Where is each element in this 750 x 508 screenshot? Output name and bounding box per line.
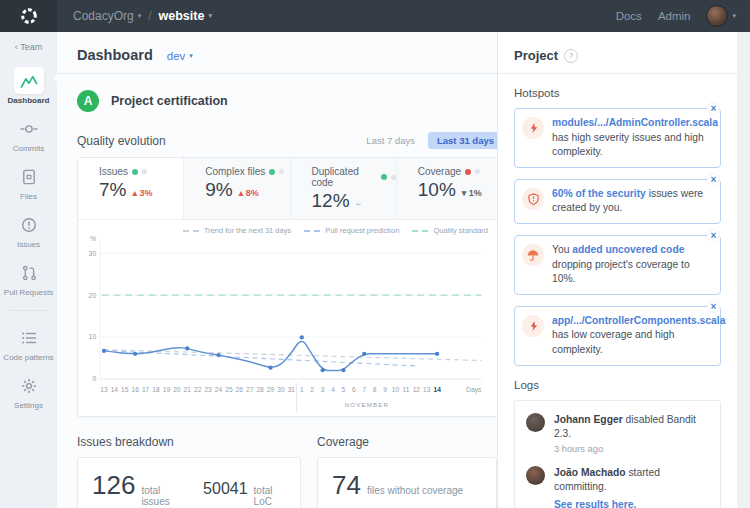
hotspot-text[interactable]: 60% of the security issues were created …: [552, 187, 708, 216]
hotspot-text[interactable]: You added uncovered code dropping projec…: [552, 243, 708, 287]
svg-text:26: 26: [236, 386, 244, 393]
svg-text:14: 14: [111, 386, 119, 393]
chevron-down-icon: ▾: [208, 12, 212, 20]
sidebar-item-issues[interactable]: Issues: [0, 206, 57, 254]
metric-issues[interactable]: Issues 7%▴ 3%: [78, 158, 183, 219]
svg-text:23: 23: [204, 386, 212, 393]
svg-text:0: 0: [92, 375, 96, 382]
main-content: Dashboard dev▾ A Project certification Q…: [57, 32, 497, 508]
admin-link[interactable]: Admin: [658, 10, 691, 22]
bolt-icon: [522, 117, 544, 139]
metric-delta: ▾ 1%: [462, 188, 482, 198]
close-icon[interactable]: ×: [708, 230, 719, 241]
metric-delta: ▴ 8%: [239, 188, 259, 198]
codacy-logo-icon: [20, 7, 38, 25]
issues-icon: [14, 211, 44, 238]
grade-badge: A: [77, 90, 99, 112]
help-icon[interactable]: ?: [564, 49, 578, 63]
hotspot-card: 60% of the security issues were created …: [514, 179, 721, 224]
svg-text:8: 8: [373, 386, 377, 393]
docs-link[interactable]: Docs: [616, 10, 642, 22]
svg-text:25: 25: [225, 386, 233, 393]
svg-text:17: 17: [142, 386, 150, 393]
project-panel-title: Project: [514, 48, 558, 63]
status-dot: [269, 169, 275, 175]
total-issues-value: 126: [92, 470, 135, 501]
svg-text:30: 30: [89, 250, 97, 257]
pull-requests-icon: [14, 259, 44, 286]
status-dot: [381, 174, 387, 180]
svg-text:21: 21: [184, 386, 192, 393]
commits-icon: [14, 115, 44, 142]
sidebar: ‹ Team Dashboard Commits Files Issues Pu…: [0, 32, 58, 508]
bolt-icon: [522, 315, 544, 337]
navbar-right: Docs Admin ▾: [616, 5, 736, 27]
svg-text:6: 6: [352, 386, 356, 393]
log-timestamp: 3 hours ago: [554, 444, 709, 454]
avatar: [706, 5, 728, 27]
metric-complex-files[interactable]: Complex files 9%▴ 8%: [183, 158, 289, 219]
sidebar-item-dashboard[interactable]: Dashboard: [0, 62, 57, 110]
avatar: [526, 413, 545, 432]
issues-breakdown-section: Issues breakdown 126total issues 50041to…: [77, 435, 301, 508]
user-menu[interactable]: ▾: [706, 5, 736, 27]
range-buttons: Last 7 days Last 31 days: [357, 132, 497, 149]
bottom-row: Issues breakdown 126total issues 50041to…: [77, 435, 497, 508]
hotspot-text[interactable]: app/.../ControllerComponents.scala has l…: [552, 314, 725, 358]
coverage-card: 74files without coverage: [317, 457, 497, 508]
hotspot-text[interactable]: modules/.../AdminController.scala has hi…: [552, 116, 718, 160]
chevron-down-icon: ▾: [732, 12, 736, 20]
logs-title: Logs: [514, 379, 721, 391]
page-title: Dashboard: [77, 47, 153, 63]
project-panel-header: Project ?: [498, 32, 737, 74]
svg-text:4: 4: [331, 386, 335, 393]
svg-text:13: 13: [100, 386, 108, 393]
codacy-logo[interactable]: [0, 0, 57, 32]
last-7-days-button[interactable]: Last 7 days: [357, 132, 424, 149]
svg-text:19: 19: [163, 386, 171, 393]
svg-text:5: 5: [342, 386, 346, 393]
hotspot-card: modules/.../AdminController.scala has hi…: [514, 108, 721, 168]
close-icon[interactable]: ×: [708, 174, 719, 185]
breadcrumb-repo[interactable]: website▾: [159, 9, 212, 23]
issues-breakdown-card: 126total issues 50041total LoC Category …: [77, 457, 301, 508]
quality-evolution-card: Issues 7%▴ 3% Complex files 9%▴ 8% Dupli…: [77, 157, 497, 417]
total-loc-value: 50041: [203, 480, 248, 498]
dashboard-icon: [14, 67, 44, 94]
sidebar-item-files[interactable]: Files: [0, 158, 57, 206]
status-dot: [132, 169, 138, 175]
svg-text:%: %: [90, 235, 96, 242]
see-results-link[interactable]: See results here.: [554, 499, 636, 508]
sidebar-item-settings[interactable]: Settings: [0, 367, 57, 415]
svg-text:7: 7: [362, 386, 366, 393]
svg-text:28: 28: [256, 386, 264, 393]
svg-text:3: 3: [321, 386, 325, 393]
breadcrumb-separator: /: [148, 9, 151, 23]
svg-text:27: 27: [246, 386, 254, 393]
metric-duplicated-code[interactable]: Duplicated code 12%−: [290, 158, 396, 219]
legend-trend-dash: [183, 230, 199, 232]
sidebar-item-code-patterns[interactable]: Code patterns: [0, 319, 57, 367]
coverage-title: Coverage: [317, 435, 497, 449]
issues-breakdown-title: Issues breakdown: [77, 435, 301, 449]
sidebar-back-team[interactable]: ‹ Team: [0, 32, 57, 62]
ghost-dot: [279, 169, 284, 174]
svg-text:2: 2: [310, 386, 314, 393]
coverage-section: Coverage 74files without coverage: [317, 435, 497, 508]
quality-evolution-header: Quality evolution Last 7 days Last 31 da…: [77, 132, 497, 149]
breadcrumb-org[interactable]: CodacyOrg▾: [73, 9, 141, 23]
code-patterns-icon: [14, 324, 44, 351]
last-31-days-button[interactable]: Last 31 days: [428, 132, 497, 149]
svg-text:10: 10: [89, 333, 97, 340]
close-icon[interactable]: ×: [708, 103, 719, 114]
certification-row: A Project certification: [77, 90, 497, 112]
close-icon[interactable]: ×: [708, 301, 719, 312]
main-header: Dashboard dev▾: [57, 32, 497, 74]
sidebar-item-commits[interactable]: Commits: [0, 110, 57, 158]
legend-pred-dash: [304, 230, 320, 232]
files-icon: [14, 163, 44, 190]
metric-coverage[interactable]: Coverage 10%▾ 1%: [396, 158, 497, 219]
branch-selector[interactable]: dev▾: [167, 50, 193, 62]
sidebar-item-pull-requests[interactable]: Pull Requests: [0, 254, 57, 302]
svg-text:31: 31: [288, 386, 296, 393]
